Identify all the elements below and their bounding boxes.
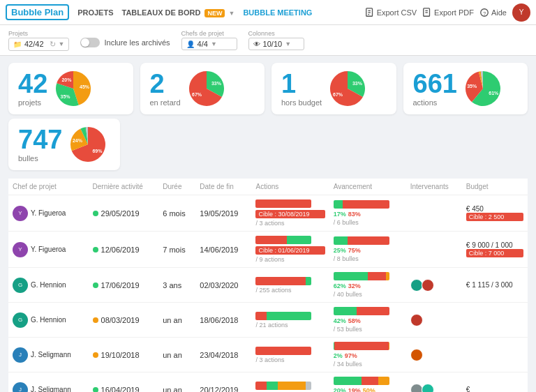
actions-cell-4: / 3 actions: [251, 338, 329, 372]
svg-text:33%: 33%: [211, 81, 222, 86]
user-avatar[interactable]: Y: [512, 3, 530, 22]
activite-dot: [93, 247, 98, 252]
chefs-chevron: ▼: [211, 40, 217, 47]
archives-toggle[interactable]: [80, 38, 100, 47]
export-csv-button[interactable]: Export CSV: [365, 8, 417, 17]
filter-archives: Inclure les archivés: [80, 38, 170, 47]
svg-text:24%: 24%: [73, 138, 83, 143]
actions-cell-1: Cible : 01/06/2019 / 9 actions: [251, 232, 329, 268]
col-header-dernière-activité: Dernière activité: [89, 179, 159, 195]
svg-text:67%: 67%: [192, 92, 202, 97]
svg-text:61%: 61%: [489, 91, 499, 96]
avancement-nums: 42% 58%: [334, 317, 402, 324]
avancement-bar: [334, 200, 389, 209]
stat-number-0: 42: [18, 70, 47, 97]
avancement-nums: 25% 75%: [334, 247, 402, 254]
avancement-sub: / 34 bulles: [334, 361, 402, 368]
archives-label: Inclure les archivés: [104, 38, 170, 47]
duree-cell-1: 7 mois: [158, 232, 195, 268]
stat-sm-pie-0: 69%24%: [69, 126, 107, 163]
actions-sub: / 3 actions: [255, 220, 325, 227]
export-pdf-button[interactable]: Export PDF: [422, 8, 474, 17]
stat-sm-label-0: bulles: [18, 154, 62, 163]
budget-cell-1: € 9 000 / 1 000Cible : 7 000: [462, 232, 528, 268]
activite-dot: [93, 352, 98, 358]
stat-pie-3: 61%35%: [464, 70, 502, 107]
activite-dot: [93, 211, 98, 216]
nav-tableaux[interactable]: TABLEAUX DE BORD NEW ▼: [121, 8, 234, 17]
budget-cell-4: [462, 338, 528, 372]
logo[interactable]: Bubble Plan: [6, 4, 69, 20]
col-header-budget: Budget: [462, 179, 528, 195]
actions-bar: [255, 312, 311, 320]
stat-card-sm-0: 747 bulles 69%24%: [8, 119, 120, 170]
stats-row-2: 747 bulles 69%24%: [0, 119, 536, 176]
table-row: JJ. Seligmann16/04/2019un an20/12/2019 /…: [8, 372, 528, 393]
chef-cell-4: JJ. Seligmann: [8, 338, 89, 372]
stat-pie-2: 33%67%: [329, 70, 366, 107]
avancement-bar: [334, 272, 389, 280]
avancement-sub: / 53 bulles: [334, 326, 402, 333]
intervenant-avatar: [410, 279, 423, 292]
intervenants-cell-5: [406, 372, 462, 393]
chefs-select[interactable]: 👤 4/4 ▼: [181, 38, 237, 50]
avancement-bar: [334, 307, 389, 315]
projets-chevron: ▼: [59, 40, 65, 47]
intervenants-list: [410, 384, 458, 393]
cible-label: Cible : 01/06/2019: [255, 246, 325, 255]
chefs-value: 4/4: [198, 40, 208, 48]
budget-cell-3: [462, 303, 528, 338]
filters-bar: Projets 📁 42/42 ↻ ▼ Inclure les archivés…: [0, 25, 536, 56]
stat-card-0: 42 projets 45%35%20%: [8, 63, 133, 114]
actions-cell-5: / 127 bulles: [251, 372, 329, 393]
avancement-nums: 17% 83%: [334, 211, 402, 218]
budget-value: €: [466, 386, 523, 392]
stat-number-1: 2: [150, 70, 181, 97]
stat-number-3: 661: [413, 70, 457, 97]
intervenants-list: [410, 279, 458, 292]
activite-dot: [93, 317, 98, 323]
export-pdf-label: Export PDF: [434, 8, 474, 17]
avancement-cell-2: 62% 32% / 40 bulles: [329, 268, 406, 303]
col-header-durée: Durée: [158, 179, 195, 195]
nav-projets[interactable]: PROJETS: [77, 8, 113, 17]
stat-label-3: actions: [413, 98, 457, 107]
colonnes-select[interactable]: 👁 10/10 ▼: [248, 38, 304, 50]
activite-cell-1: 12/06/2019: [89, 232, 159, 268]
budget-value: € 450: [466, 205, 523, 213]
avancement-sub: / 40 bulles: [334, 291, 402, 298]
actions-bar: [255, 199, 311, 208]
col-header-avancement: Avancement: [329, 179, 406, 195]
stat-card-3: 661 actions 61%35%: [403, 63, 528, 114]
actions-bar: [255, 347, 311, 355]
stats-row-1: 42 projets 45%35%20% 2 en retard 33%67% …: [0, 56, 536, 119]
nav-bubble-meeting[interactable]: BUBBLE MEETING: [243, 8, 312, 17]
projets-select[interactable]: 📁 42/42 ↻ ▼: [8, 38, 69, 51]
col-header-actions: Actions: [251, 179, 329, 195]
chef-cell-2: GG. Hennion: [8, 268, 89, 303]
avancement-nums: 20% 19% 50%: [334, 387, 402, 392]
budget-cell-0: € 450Cible : 2 500: [462, 195, 528, 232]
actions-sub: / 3 actions: [255, 356, 325, 363]
filter-chefs: Chefs de projet 👤 4/4 ▼: [181, 30, 237, 50]
datefin-cell-5: 20/12/2019: [195, 372, 251, 393]
budget-value: € 1 115 / 3 000: [466, 281, 523, 289]
avancement-cell-4: 2% 97% / 34 bulles: [329, 338, 406, 372]
activite-cell-0: 29/05/2019: [89, 195, 159, 232]
actions-bar: [255, 236, 311, 244]
duree-cell-3: un an: [158, 303, 195, 338]
svg-text:?: ?: [483, 10, 486, 15]
svg-text:45%: 45%: [80, 84, 90, 89]
colonnes-label: Colonnes: [248, 30, 304, 37]
avancement-nums: 2% 97%: [334, 352, 402, 359]
budget-cell-5: €: [462, 372, 528, 393]
intervenant-avatar: [422, 384, 434, 393]
aide-button[interactable]: ? Aide: [479, 8, 507, 17]
intervenant-avatar: [422, 279, 434, 292]
datefin-cell-4: 23/04/2018: [195, 338, 251, 372]
actions-sub: / 9 actions: [255, 256, 325, 263]
datefin-cell-3: 18/06/2018: [195, 303, 251, 338]
export-csv-label: Export CSV: [377, 8, 417, 17]
avancement-sub: / 8 bulles: [334, 255, 402, 262]
cible-label: Cible : 30/08/2019: [255, 210, 325, 218]
